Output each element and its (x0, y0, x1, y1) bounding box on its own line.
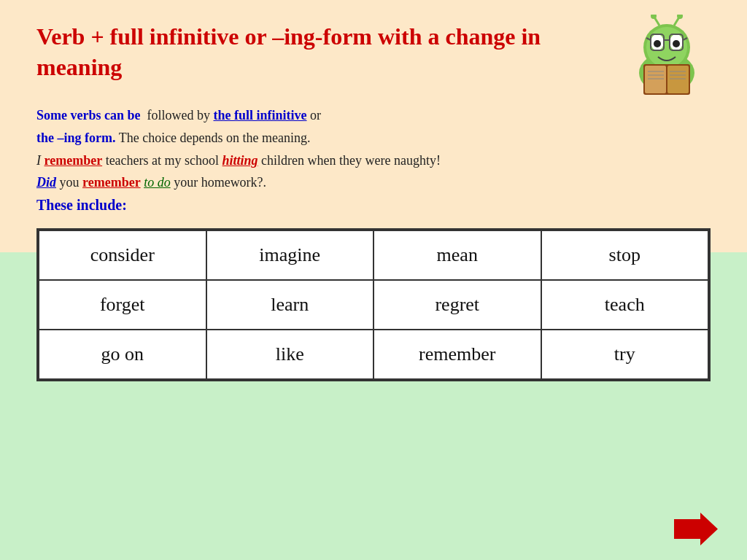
to-do-label: to do (144, 175, 171, 190)
table-row: forgetlearnregretteach (39, 280, 708, 330)
table-cell: forget (39, 280, 206, 330)
some-verbs-label: Some verbs can be (36, 108, 141, 122)
hitting-label: hitting (222, 153, 258, 168)
desc-line-1: Some verbs can be followed by the full i… (36, 105, 711, 126)
table-cell: remember (374, 330, 541, 379)
table-cell: regret (374, 280, 541, 330)
table-cell: stop (541, 230, 709, 280)
table-cell: imagine (206, 230, 374, 280)
these-include-label: These include: (36, 197, 711, 214)
worm-mascot (623, 15, 711, 95)
table-cell: teach (541, 280, 709, 330)
description-block: Some verbs can be followed by the full i… (36, 105, 711, 193)
next-button[interactable] (674, 513, 718, 545)
svg-rect-13 (645, 66, 666, 93)
table-cell: consider (39, 230, 206, 280)
ing-form-label: the –ing form. (36, 131, 115, 145)
page: Verb + full infinitive or –ing-form with… (0, 0, 747, 560)
table-cell: go on (39, 330, 206, 379)
table-cell: mean (374, 230, 541, 280)
svg-point-11 (673, 40, 680, 47)
table-row: considerimaginemeanstop (39, 230, 708, 280)
desc-line-2: the –ing form. The choice depends on the… (36, 128, 711, 149)
table-cell: learn (206, 280, 374, 330)
desc-line-3: I remember teachers at my school hitting… (36, 150, 711, 171)
did-label: Did (36, 175, 56, 190)
svg-point-10 (654, 40, 661, 47)
page-title: Verb + full infinitive or –ing-form with… (36, 22, 584, 82)
mascot-container (623, 22, 711, 98)
remember-label-1: remember (44, 153, 103, 168)
table-row: go onlikeremembertry (39, 330, 708, 379)
full-infinitive-label: the full infinitive (213, 108, 306, 122)
verbs-table: considerimaginemeanstopforgetlearnregret… (38, 230, 709, 380)
desc-line-4: Did you remember to do your homework?. (36, 172, 711, 193)
verbs-table-container: considerimaginemeanstopforgetlearnregret… (36, 228, 711, 381)
header-area: Verb + full infinitive or –ing-form with… (36, 22, 711, 98)
svg-rect-14 (667, 66, 689, 93)
italic-i: I (36, 153, 41, 168)
table-cell: try (541, 330, 709, 379)
table-cell: like (206, 330, 374, 379)
remember-label-2: remember (82, 175, 141, 190)
